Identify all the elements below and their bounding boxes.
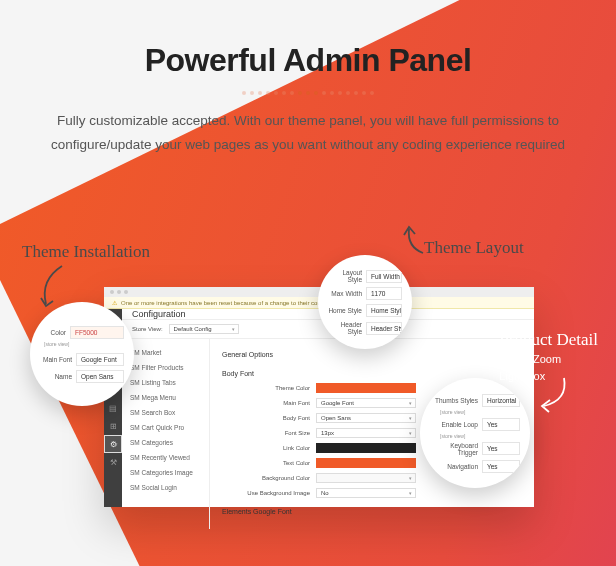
home-style-select[interactable]: Home Style 1 <box>366 304 402 317</box>
bg-color-label: Background Color <box>222 475 310 481</box>
thumbs-styles-select[interactable]: Horizontal <box>482 394 520 407</box>
enable-loop-label: Enable Loop <box>430 421 478 428</box>
link-color-swatch[interactable] <box>316 443 416 453</box>
bg-image-select[interactable]: No <box>316 488 416 498</box>
scope-label: Store View: <box>132 326 163 332</box>
font-name-label: Name <box>40 373 72 380</box>
stores-icon[interactable]: ⚙ <box>104 435 122 453</box>
text-color-label: Text Color <box>222 460 310 466</box>
nav-item[interactable]: SM Categories <box>122 435 209 450</box>
body-font-label: Body Font <box>222 415 310 421</box>
layout-style-label: Layout Style <box>328 269 362 283</box>
section-google-font: Elements Google Font <box>222 508 522 515</box>
config-nav: SM Market SM Filter Products SM Listing … <box>122 339 210 529</box>
nav-item[interactable]: SM Social Login <box>122 480 209 495</box>
thumbs-styles-label: Thumbs Styles <box>430 397 478 404</box>
store-view-scope: [store view] <box>40 341 124 347</box>
section-body-font: Body Font <box>222 370 522 377</box>
max-width-input[interactable]: 1170 <box>366 287 402 300</box>
main-font-label: Main Font <box>222 400 310 406</box>
arrow-icon <box>399 225 429 259</box>
nav-item[interactable]: SM Mega Menu <box>122 390 209 405</box>
color-label: Color <box>40 329 66 336</box>
content-icon[interactable]: ▤ <box>104 399 122 417</box>
theme-color-swatch[interactable] <box>316 383 416 393</box>
arrow-icon <box>536 374 572 414</box>
keyboard-trigger-label: Keyboard Trigger <box>430 442 478 456</box>
nav-item[interactable]: SM Market <box>122 345 209 360</box>
home-style-label: Home Style <box>328 307 362 314</box>
enable-loop-select[interactable]: Yes <box>482 418 520 431</box>
scope-select[interactable]: Default Config <box>169 324 239 334</box>
arrow-icon <box>32 262 72 312</box>
font-name-select[interactable]: Open Sans <box>76 370 124 383</box>
divider-dots <box>40 91 576 95</box>
zoom-theme-installation: ColorFF5000 [store view] Main FontGoogle… <box>30 302 134 406</box>
layout-style-select[interactable]: Full Width <box>366 270 402 283</box>
store-view-scope: [store view] <box>430 433 520 439</box>
main-font-select[interactable]: Google Font <box>76 353 124 366</box>
header-style-select[interactable]: Header Style 1 <box>366 322 402 335</box>
nav-item[interactable]: SM Categories Image <box>122 465 209 480</box>
nav-item[interactable]: SM Listing Tabs <box>122 375 209 390</box>
bg-color-field[interactable] <box>316 473 416 483</box>
theme-color-label: Theme Color <box>222 385 310 391</box>
link-color-label: Link Color <box>222 445 310 451</box>
header-style-label: Header Style <box>328 321 362 335</box>
color-input[interactable]: FF5000 <box>70 326 124 339</box>
callout-product-detail-title: Product Detail <box>499 330 598 350</box>
nav-item[interactable]: SM Cart Quick Pro <box>122 420 209 435</box>
main-font-label: Main Font <box>40 356 72 363</box>
page-description: Fully customizable accepted. With our th… <box>48 109 568 156</box>
section-general: General Options <box>222 351 522 358</box>
system-icon[interactable]: ⚒ <box>104 453 122 471</box>
store-view-scope: [store view] <box>430 409 520 415</box>
reports-icon[interactable]: ⊞ <box>104 417 122 435</box>
callout-theme-layout: Theme Layout <box>424 238 524 258</box>
navigation-select[interactable]: Yes <box>482 460 520 473</box>
bg-image-label: Use Background Image <box>222 490 310 496</box>
navigation-label: Navigation <box>430 463 478 470</box>
body-font-select[interactable]: Open Sans <box>316 413 416 423</box>
nav-item[interactable]: SM Filter Products <box>122 360 209 375</box>
callout-product-detail-sub1: Image Zoom <box>499 352 598 367</box>
zoom-product-detail: Thumbs StylesHorizontal [store view] Ena… <box>420 378 530 488</box>
nav-item[interactable]: SM Search Box <box>122 405 209 420</box>
max-width-label: Max Width <box>328 290 362 297</box>
keyboard-trigger-select[interactable]: Yes <box>482 442 520 455</box>
font-size-label: Font Size <box>222 430 310 436</box>
main-font-select[interactable]: Google Font <box>316 398 416 408</box>
zoom-theme-layout: Layout StyleFull Width Max Width1170 Hom… <box>318 255 412 349</box>
text-color-swatch[interactable] <box>316 458 416 468</box>
font-size-select[interactable]: 13px <box>316 428 416 438</box>
callout-theme-installation: Theme Installation <box>22 242 150 262</box>
page-title: Powerful Admin Panel <box>40 42 576 79</box>
nav-item[interactable]: SM Recently Viewed <box>122 450 209 465</box>
